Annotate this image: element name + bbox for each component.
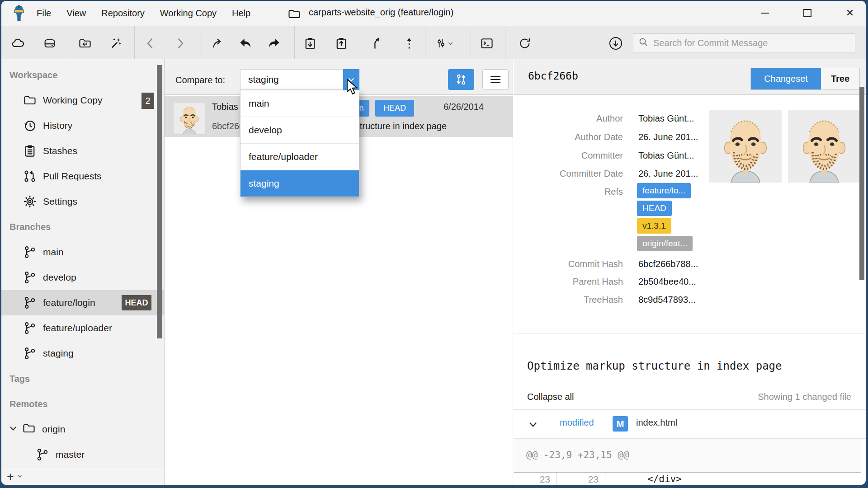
- menu-file[interactable]: File: [36, 6, 52, 20]
- diff-old-line-number: 23: [514, 473, 557, 485]
- sidebar-item-stashes[interactable]: Stashes: [1, 138, 164, 164]
- hamburger-icon: [491, 74, 500, 84]
- share-arrow-icon[interactable]: [209, 35, 227, 52]
- menu-repository[interactable]: Repository: [100, 6, 146, 20]
- field-value: Tobias Günt...: [638, 149, 694, 162]
- pull-request-icon: [23, 169, 37, 183]
- cloud-icon[interactable]: [9, 35, 27, 52]
- branch-icon[interactable]: [368, 35, 386, 52]
- app-window: File View Repository Working Copy Help c…: [1, 1, 866, 485]
- sidebar-item-label: Stashes: [43, 145, 77, 156]
- changed-files-count: Showing 1 changed file: [689, 392, 851, 402]
- dropdown-option-main[interactable]: main: [241, 90, 359, 117]
- field-label: Committer: [514, 149, 623, 162]
- tab-tree[interactable]: Tree: [821, 68, 859, 89]
- sidebar-item-remote-master[interactable]: master: [1, 442, 164, 467]
- fetch-dashed-arrow-icon[interactable]: [400, 35, 418, 52]
- sidebar-item-branch-feature-uploader[interactable]: feature/uploader: [1, 315, 164, 341]
- field-value: 2b504bee40...: [638, 275, 696, 288]
- field-value: 26. June 201...: [638, 131, 698, 143]
- sidebar-item-pull-requests[interactable]: Pull Requests: [1, 164, 164, 189]
- git-branch-icon: [23, 271, 37, 284]
- history-clock-icon: [23, 119, 37, 132]
- dropdown-option-staging[interactable]: staging: [241, 170, 359, 197]
- minimize-button[interactable]: [757, 5, 773, 21]
- chevron-down-icon[interactable]: [9, 424, 18, 435]
- menu-working-copy[interactable]: Working Copy: [159, 6, 217, 20]
- dropdown-option-develop[interactable]: develop: [241, 117, 359, 144]
- drive-icon[interactable]: [41, 35, 59, 52]
- list-options-button[interactable]: [482, 69, 509, 90]
- stash-apply-icon[interactable]: [332, 35, 350, 52]
- maximize-button[interactable]: [800, 5, 815, 21]
- sidebar-item-remote-origin[interactable]: origin: [1, 417, 164, 442]
- folder-icon: [23, 94, 37, 107]
- sidebar-item-branch-main[interactable]: main: [1, 239, 164, 265]
- diff-line-code: </div>: [647, 474, 682, 484]
- hunk-header-text: @@ -23,9 +23,15 @@: [526, 450, 629, 460]
- tab-changeset[interactable]: Changeset: [751, 68, 821, 89]
- commit-message-full: Optimize markup structure in index page: [527, 360, 782, 372]
- git-branch-icon: [23, 245, 37, 259]
- search-input[interactable]: [652, 38, 844, 49]
- menu-help[interactable]: Help: [231, 6, 251, 20]
- field-value: 6bcf266b788...: [638, 258, 698, 270]
- sidebar-item-branch-feature-login[interactable]: feature/login HEAD: [1, 290, 164, 315]
- toolbar-separator: [202, 26, 202, 60]
- add-repo-button[interactable]: +: [7, 471, 14, 483]
- app-logo-icon: [10, 4, 28, 25]
- scroll-to-latest-icon[interactable]: [607, 35, 625, 52]
- filter-sliders-icon[interactable]: [435, 35, 453, 52]
- compare-to-label: Compare to:: [175, 75, 225, 85]
- undo-icon[interactable]: [236, 35, 255, 52]
- sidebar-section-tags: Tags: [9, 366, 30, 391]
- open-repo-icon[interactable]: [76, 35, 94, 52]
- terminal-icon[interactable]: [478, 35, 496, 52]
- sidebar-item-working-copy[interactable]: Working Copy 2: [1, 88, 164, 113]
- details-scrollbar-thumb[interactable]: [859, 87, 864, 280]
- refs-label: Refs: [514, 185, 623, 198]
- git-branch-icon: [23, 296, 37, 310]
- toolbar-separator: [294, 26, 295, 60]
- dropdown-option-feature-uploader[interactable]: feature/uploader: [241, 144, 359, 170]
- sidebar-item-label: Working Copy: [43, 95, 103, 106]
- sidebar-item-label: develop: [43, 272, 76, 283]
- sidebar-scrollbar-thumb[interactable]: [157, 65, 162, 338]
- close-button[interactable]: ✕: [842, 5, 858, 21]
- sidebar-item-label: staging: [43, 348, 74, 359]
- toolbar-separator: [505, 26, 505, 60]
- chevron-down-icon[interactable]: [528, 419, 538, 432]
- sidebar-item-settings[interactable]: Settings: [1, 189, 164, 214]
- author-avatar: [709, 110, 782, 183]
- forward-icon[interactable]: [171, 35, 189, 52]
- sidebar-item-label: History: [43, 120, 72, 131]
- toolbar: [1, 26, 866, 60]
- sidebar-item-label: Settings: [43, 196, 77, 207]
- chevron-down-icon[interactable]: [17, 473, 23, 481]
- quick-action-wand-icon[interactable]: [107, 35, 125, 52]
- ref-badge-head: HEAD: [637, 201, 672, 216]
- collapse-all-button[interactable]: Collapse all: [527, 392, 574, 402]
- commit-head-badge: HEAD: [375, 100, 414, 117]
- back-icon[interactable]: [142, 35, 160, 52]
- file-row[interactable]: modified M index.html: [514, 410, 861, 438]
- commit-date: 6/26/2014: [443, 102, 484, 112]
- divider: [513, 59, 513, 485]
- git-branch-icon: [36, 448, 49, 461]
- commit-search-box[interactable]: [633, 33, 855, 52]
- refresh-icon[interactable]: [516, 35, 534, 52]
- stash-save-icon[interactable]: [301, 35, 319, 52]
- commit-avatar: [173, 102, 206, 135]
- redo-icon[interactable]: [265, 35, 283, 52]
- menu-view[interactable]: View: [66, 6, 87, 20]
- sidebar-item-branch-develop[interactable]: develop: [1, 265, 164, 290]
- compare-branches-button[interactable]: [448, 69, 474, 90]
- compare-branch-select[interactable]: staging: [240, 69, 359, 90]
- sidebar-item-branch-staging[interactable]: staging: [1, 341, 164, 366]
- details-hash-title: 6bcf266b: [528, 70, 578, 82]
- search-icon: [638, 37, 649, 49]
- field-value: 26. June 201...: [638, 167, 698, 180]
- sidebar-item-history[interactable]: History: [1, 113, 164, 138]
- divider: [514, 333, 866, 333]
- toolbar-separator: [425, 26, 425, 60]
